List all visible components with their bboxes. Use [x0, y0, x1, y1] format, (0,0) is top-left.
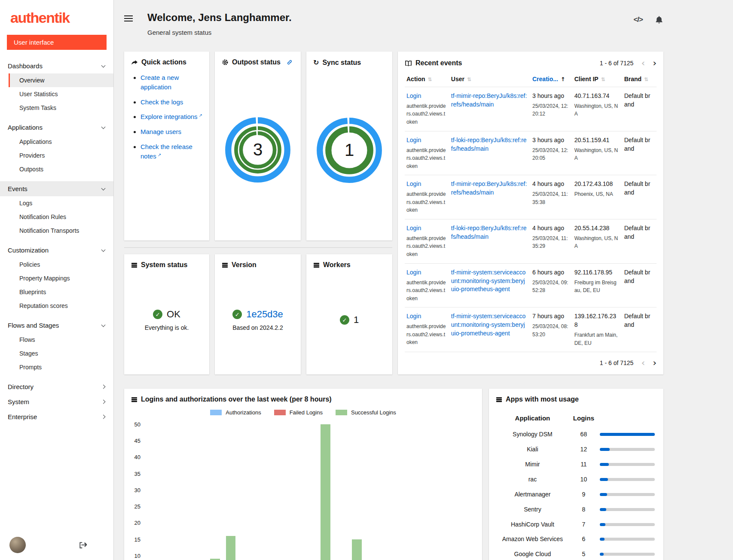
api-code-icon[interactable]: </>: [633, 15, 643, 24]
sidebar-section-customization[interactable]: Customization: [0, 243, 113, 258]
logout-icon[interactable]: [79, 541, 87, 549]
sidebar-item-flows[interactable]: Flows: [9, 333, 113, 347]
event-user-link[interactable]: tf-mimir-repo:BeryJu/k8s:ref:refs/heads/…: [451, 180, 527, 196]
event-action-link[interactable]: Login: [406, 313, 421, 320]
sidebar-footer: [0, 531, 113, 560]
section-label: Enterprise: [8, 413, 37, 420]
quick-action-link-create-a-new-application[interactable]: Create a new application: [140, 74, 179, 91]
legend-item-successful-logins[interactable]: Successful Logins: [336, 409, 396, 416]
app-name: Synology DSM: [496, 427, 569, 442]
event-user-link[interactable]: tf-loki-repo:BeryJu/k8s:ref:refs/heads/m…: [451, 225, 527, 240]
chart-bar-slot: [459, 421, 475, 560]
quick-action-link-check-the-release-notes[interactable]: Check the release notes↗: [140, 143, 192, 160]
nav-section-dashboards: DashboardsOverviewUser StatisticsSystem …: [0, 58, 113, 115]
sidebar-section-enterprise[interactable]: Enterprise: [0, 409, 113, 424]
sidebar-item-outposts[interactable]: Outposts: [9, 162, 113, 176]
authentik-logo[interactable]: authentik: [0, 0, 113, 30]
nav-section-enterprise: Enterprise: [0, 409, 113, 424]
sidebar-item-notification-rules[interactable]: Notification Rules: [9, 210, 113, 224]
column-header-user[interactable]: User⇅: [449, 71, 531, 87]
pagination-next-icon[interactable]: ›: [653, 58, 657, 68]
usage-progress-fill: [600, 538, 605, 541]
event-user-link[interactable]: tf-mimir-system:serviceaccount:monitorin…: [451, 269, 525, 293]
sort-icon[interactable]: ⇅: [644, 76, 648, 82]
column-header-brand[interactable]: Brand⇅: [623, 71, 657, 87]
sidebar-item-policies[interactable]: Policies: [9, 258, 113, 271]
user-avatar[interactable]: [9, 537, 26, 553]
sidebar-section-events[interactable]: Events: [0, 181, 113, 196]
pagination-next-icon[interactable]: ›: [653, 358, 657, 368]
sidebar-nav: DashboardsOverviewUser StatisticsSystem …: [0, 54, 113, 424]
legend-label: Failed Logins: [290, 409, 323, 416]
sidebar-item-reputation-scores[interactable]: Reputation scores: [9, 299, 113, 313]
column-header-creatio[interactable]: Creatio...↑: [531, 71, 573, 87]
pagination-prev-icon[interactable]: ‹: [641, 58, 645, 68]
app-name: Amazon Web Services: [496, 532, 569, 547]
sidebar-item-applications[interactable]: Applications: [9, 135, 113, 149]
event-action-cell: Loginauthentik.providers.oauth2.views.to…: [405, 175, 449, 219]
quick-action-link-check-the-logs[interactable]: Check the logs: [140, 98, 183, 106]
chart-bar-slot: [412, 421, 428, 560]
legend-item-authorizations[interactable]: Authorizations: [210, 409, 261, 416]
column-header-action[interactable]: Action⇅: [405, 71, 449, 87]
event-location: Frankfurt am Main, DE, EU: [574, 331, 619, 347]
sidebar-item-stages[interactable]: Stages: [9, 347, 113, 360]
sidebar-section-directory[interactable]: Directory: [0, 379, 113, 394]
version-value-link[interactable]: 1e25d3e: [246, 309, 283, 320]
sidebar-item-overview[interactable]: Overview: [9, 73, 113, 87]
user-interface-button[interactable]: User interface: [7, 35, 107, 50]
chevron-down-icon: [101, 186, 106, 190]
sidebar-item-logs[interactable]: Logs: [9, 196, 113, 210]
sidebar-section-system[interactable]: System: [0, 394, 113, 409]
event-user-cell: tf-mimir-system:serviceaccount:monitorin…: [449, 307, 531, 352]
logins-chart-card: Logins and authorizations over the last …: [124, 389, 482, 560]
notifications-bell-icon[interactable]: [655, 15, 663, 24]
sidebar-item-system-tasks[interactable]: System Tasks: [9, 101, 113, 115]
app-usage-bar-cell: [598, 502, 657, 517]
page-title: Welcome, Jens Langhammer.: [147, 11, 292, 24]
event-action-link[interactable]: Login: [406, 225, 421, 231]
app-name: Sentry: [496, 502, 569, 517]
sidebar-item-notification-transports[interactable]: Notification Transports: [9, 224, 113, 237]
sort-asc-icon[interactable]: ↑: [561, 76, 565, 82]
event-action-link[interactable]: Login: [406, 137, 421, 143]
sidebar-item-prompts[interactable]: Prompts: [9, 360, 113, 374]
chart-bar-slot: [365, 421, 381, 560]
sidebar-section-applications[interactable]: Applications: [0, 120, 113, 135]
chart-bars: [144, 421, 475, 560]
sidebar-item-property-mappings[interactable]: Property Mappings: [9, 271, 113, 285]
sort-icon[interactable]: ⇅: [428, 76, 432, 82]
event-action-link[interactable]: Login: [406, 92, 421, 99]
event-action-link[interactable]: Login: [406, 180, 421, 187]
sort-icon[interactable]: ⇅: [601, 76, 605, 82]
hamburger-menu-icon[interactable]: [124, 11, 133, 26]
quick-actions-card: Quick actions Create a new applicationCh…: [124, 52, 209, 240]
y-tick-label: 40: [134, 454, 140, 460]
sidebar-section-dashboards[interactable]: Dashboards: [0, 58, 113, 73]
event-row: Loginauthentik.providers.oauth2.views.to…: [405, 131, 657, 175]
events-tbody: Loginauthentik.providers.oauth2.views.to…: [405, 87, 657, 352]
sidebar-item-providers[interactable]: Providers: [9, 149, 113, 162]
usage-progress-track: [600, 508, 655, 511]
sidebar-item-user-statistics[interactable]: User Statistics: [9, 87, 113, 101]
outpost-link-icon[interactable]: [287, 59, 293, 65]
sidebar-section-flows-and-stages[interactable]: Flows and Stages: [0, 318, 113, 333]
column-header-client-ip[interactable]: Client IP⇅: [573, 71, 623, 87]
column-label: Creatio...: [532, 76, 558, 82]
sort-icon[interactable]: ⇅: [467, 76, 471, 82]
chart-bar: [226, 536, 236, 560]
event-action-link[interactable]: Login: [406, 269, 421, 276]
event-user-link[interactable]: tf-mimir-repo:BeryJu/k8s:ref:refs/heads/…: [451, 92, 527, 108]
legend-swatch: [336, 410, 347, 415]
event-user-link[interactable]: tf-mimir-system:serviceaccount:monitorin…: [451, 313, 525, 337]
pagination-prev-icon[interactable]: ‹: [641, 358, 645, 368]
workers-card: Workers ✓ 1: [306, 254, 392, 374]
app-usage-row: Alertmanager9: [496, 487, 657, 502]
quick-action-link-explore-integrations[interactable]: Explore integrations↗: [140, 113, 202, 120]
main-area: Welcome, Jens Langhammer. General system…: [114, 0, 733, 560]
sidebar-item-blueprints[interactable]: Blueprints: [9, 285, 113, 299]
event-client-ip: 92.116.178.95: [574, 268, 619, 277]
legend-item-failed-logins[interactable]: Failed Logins: [274, 409, 323, 416]
quick-action-link-manage-users[interactable]: Manage users: [140, 128, 181, 135]
event-user-link[interactable]: tf-loki-repo:BeryJu/k8s:ref:refs/heads/m…: [451, 137, 527, 152]
